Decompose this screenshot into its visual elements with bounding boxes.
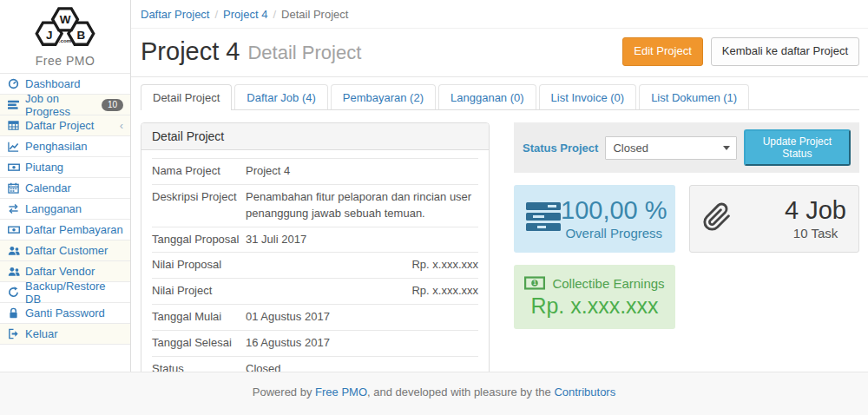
footer: Powered by Free PMO, and developed with … bbox=[0, 372, 868, 415]
row-label: Deskripsi Project bbox=[152, 189, 246, 222]
jwb-hexagon-logo: W J B .com bbox=[23, 5, 107, 50]
table-row-nama-project: Nama Project Project 4 bbox=[152, 159, 478, 185]
free-pmo-link[interactable]: Free PMO bbox=[315, 385, 367, 399]
main-content: Daftar Project/Project 4/Detail Project … bbox=[131, 0, 868, 372]
edit-project-button[interactable]: Edit Project bbox=[622, 37, 702, 65]
sidebar-item-piutang[interactable]: Piutang bbox=[0, 157, 130, 178]
app-logo[interactable]: W J B .com Free PMO bbox=[0, 0, 130, 68]
money-icon: 1 bbox=[524, 276, 545, 290]
footer-text: , and developed with pleasure by the bbox=[367, 385, 554, 399]
header-buttons: Edit Project Kembali ke daftar Project bbox=[622, 37, 859, 65]
calendar-icon bbox=[7, 182, 20, 194]
sidebar-item-backup-restore-db[interactable]: Backup/Restore DB bbox=[0, 282, 130, 303]
svg-text:1: 1 bbox=[534, 280, 537, 286]
tab-pembayaran[interactable]: Pembayaran (2) bbox=[331, 84, 436, 109]
stat-cards-row: 100,00 % Overall Progress 4 Job 10 T bbox=[514, 185, 859, 253]
tasks-icon bbox=[526, 201, 561, 236]
table-row-tanggal-mulai: Tanggal Mulai 01 Agustus 2017 bbox=[152, 305, 478, 331]
table-row-tanggal-proposal: Tanggal Proposal 31 Juli 2017 bbox=[152, 227, 478, 254]
sidebar-menu: Dashboard Job on Progress 10 Daftar Proj… bbox=[0, 73, 130, 345]
tab-detail-project[interactable]: Detail Project bbox=[141, 84, 232, 110]
row-label: Nama Project bbox=[152, 163, 246, 180]
dashboard-icon bbox=[7, 78, 20, 89]
sidebar-item-label: Keluar bbox=[25, 327, 58, 340]
tasks-icon bbox=[7, 99, 20, 110]
row-value: 16 Agustus 2017 bbox=[246, 335, 478, 352]
money-icon bbox=[7, 224, 20, 235]
row-label: Nilai Project bbox=[152, 283, 246, 300]
breadcrumb-project-4[interactable]: Project 4 bbox=[223, 8, 267, 21]
table-row-deskripsi-project: Deskripsi Project Penambahan fitur pelap… bbox=[152, 185, 478, 227]
sidebar-item-job-on-progress[interactable]: Job on Progress 10 bbox=[0, 95, 130, 115]
earnings-value: Rp. x.xxx.xxx bbox=[523, 293, 667, 319]
sidebar-item-label: Daftar Customer bbox=[25, 244, 108, 257]
refresh-icon bbox=[7, 287, 20, 298]
sidebar-item-label: Piutang bbox=[25, 161, 63, 174]
sidebar-item-label: Daftar Pembayaran bbox=[25, 223, 123, 236]
chevron-left-icon: ‹ bbox=[120, 120, 123, 131]
row-value: 01 Agustus 2017 bbox=[246, 309, 478, 326]
detail-table: Nama Project Project 4 Deskripsi Project… bbox=[152, 158, 478, 407]
breadcrumb-separator: / bbox=[209, 8, 223, 21]
sidebar-item-keluar[interactable]: Keluar bbox=[0, 324, 130, 345]
line-chart-icon bbox=[7, 141, 20, 152]
collectible-earnings-card: 1 Collectibe Earnings Rp. x.xxx.xxx bbox=[514, 265, 675, 329]
update-project-status-button[interactable]: Update Project Status bbox=[744, 129, 851, 166]
app-window: W J B .com Free PMO Dashboard Job on Pro bbox=[0, 0, 868, 372]
breadcrumb-current: Detail Project bbox=[281, 8, 348, 21]
svg-text:W: W bbox=[60, 13, 71, 26]
sidebar-item-ganti-password[interactable]: Ganti Password bbox=[0, 303, 130, 324]
sign-out-icon bbox=[7, 328, 20, 339]
status-select-wrap: Closed bbox=[605, 136, 736, 160]
task-count-value: 10 Task bbox=[785, 226, 846, 240]
row-label: Nilai Proposal bbox=[152, 257, 246, 273]
sidebar-item-penghasilan[interactable]: Penghasilan bbox=[0, 136, 130, 157]
page-header: Project 4 Detail Project Edit Project Ke… bbox=[131, 29, 868, 77]
row-label: Tanggal Proposal bbox=[152, 232, 246, 248]
sidebar-item-label: Penghasilan bbox=[25, 140, 88, 153]
sidebar-item-label: Backup/Restore DB bbox=[25, 280, 123, 306]
sidebar-item-daftar-project[interactable]: Daftar Project ‹ bbox=[0, 115, 130, 136]
footer-text: Powered by bbox=[253, 385, 315, 399]
breadcrumb: Daftar Project/Project 4/Detail Project bbox=[131, 0, 868, 29]
exchange-icon bbox=[7, 203, 20, 214]
table-row-tanggal-selesai: Tanggal Selesai 16 Agustus 2017 bbox=[152, 331, 478, 357]
breadcrumb-separator: / bbox=[267, 8, 281, 21]
brand-name: Free PMO bbox=[0, 54, 130, 68]
back-to-project-list-button[interactable]: Kembali ke daftar Project bbox=[711, 37, 859, 65]
sidebar-item-label: Dashboard bbox=[25, 77, 81, 90]
svg-text:J: J bbox=[46, 29, 53, 42]
row-value: Rp. x.xxx.xxx bbox=[246, 283, 478, 300]
table-row-nilai-project: Nilai Project Rp. x.xxx.xxx bbox=[152, 279, 478, 305]
tab-langganan[interactable]: Langganan (0) bbox=[438, 84, 536, 109]
tab-bar: Detail Project Daftar Job (4) Pembayaran… bbox=[141, 84, 859, 110]
tab-daftar-job[interactable]: Daftar Job (4) bbox=[234, 84, 327, 109]
lock-icon bbox=[7, 307, 20, 319]
sidebar-item-label: Daftar Vendor bbox=[25, 265, 95, 278]
sidebar-item-label: Daftar Project bbox=[25, 119, 94, 132]
overall-progress-value: 100,00 % bbox=[561, 197, 667, 225]
contributors-link[interactable]: Contributors bbox=[554, 385, 615, 399]
row-value: Project 4 bbox=[246, 163, 478, 180]
paperclip-icon bbox=[702, 201, 732, 236]
sidebar-item-daftar-customer[interactable]: Daftar Customer bbox=[0, 240, 130, 261]
breadcrumb-daftar-project[interactable]: Daftar Project bbox=[141, 8, 209, 21]
page-title: Project 4 bbox=[141, 37, 240, 66]
status-project-select[interactable]: Closed bbox=[605, 136, 736, 160]
sidebar-item-label: Langganan bbox=[25, 202, 82, 215]
tab-list-dokumen[interactable]: List Dokumen (1) bbox=[639, 84, 749, 109]
row-value: 31 Juli 2017 bbox=[246, 232, 478, 248]
table-icon bbox=[7, 120, 20, 131]
overall-progress-label: Overall Progress bbox=[561, 226, 667, 240]
jobs-card: 4 Job 10 Task bbox=[689, 185, 859, 253]
status-project-label: Status Project bbox=[523, 142, 598, 155]
sidebar-item-daftar-pembayaran[interactable]: Daftar Pembayaran bbox=[0, 220, 130, 240]
sidebar-item-langganan[interactable]: Langganan bbox=[0, 199, 130, 220]
sidebar-item-calendar[interactable]: Calendar bbox=[0, 178, 130, 199]
tab-list-invoice[interactable]: List Invoice (0) bbox=[539, 84, 637, 109]
tab-content: Detail Project Nama Project Project 4 De… bbox=[131, 110, 868, 415]
row-value: Rp. x.xxx.xxx bbox=[246, 257, 478, 273]
earnings-label: Collectibe Earnings bbox=[552, 276, 664, 291]
users-icon bbox=[7, 266, 20, 277]
sidebar-item-label: Calendar bbox=[25, 181, 71, 194]
